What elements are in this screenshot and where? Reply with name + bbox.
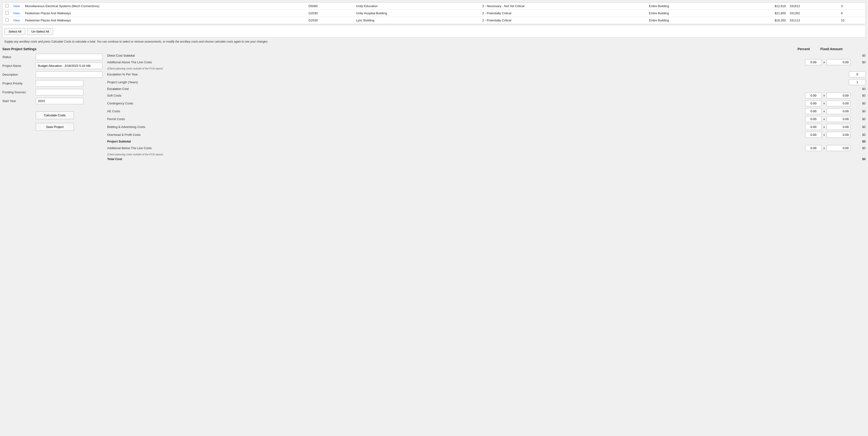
additional-below-fixed-input[interactable]: [827, 145, 850, 151]
bidding-fixed-input[interactable]: [827, 124, 850, 130]
row-view-link[interactable]: View: [11, 17, 23, 24]
row-location: Entire Building: [647, 10, 733, 17]
row-location: Entire Building: [647, 17, 733, 24]
escalation-cost-total: $0: [862, 87, 866, 91]
select-all-button[interactable]: Select All: [4, 28, 25, 35]
action-buttons: Calculate Costs Save Project: [2, 111, 102, 131]
escalation-cost-row: Escalation Cost $0: [107, 87, 866, 91]
additional-above-row: Additional Above The Line Costs + $0: [107, 59, 866, 65]
row-checkbox-cell[interactable]: [3, 10, 11, 17]
project-priority-row: Project Priority: [2, 80, 102, 87]
start-year-label: Start Year: [2, 99, 36, 103]
overhead-costs-label: Overhead & Profit Costs: [107, 133, 805, 137]
bidding-total: $0: [854, 125, 866, 129]
left-panel: Save Project Settings Status Project Nam…: [2, 47, 102, 163]
row-id: 331113: [788, 17, 839, 24]
overhead-fixed-input[interactable]: [827, 132, 850, 138]
row-view-link[interactable]: View: [11, 10, 23, 17]
save-project-button[interactable]: Save Project: [36, 123, 74, 131]
row-priority: 2 - Potentially Critical: [480, 10, 647, 17]
table-row: View Pedestrian Plazas And Walkways G203…: [3, 10, 865, 17]
ae-costs-total: $0: [854, 109, 866, 113]
main-container: View Miscellaneous Electrical Systems (M…: [0, 0, 868, 436]
project-name-row: Project Name: [2, 63, 102, 69]
row-building: Unity Hospital Building: [354, 10, 480, 17]
fixed-amount-header: Fixed Amount: [820, 47, 851, 51]
direct-cost-subtotal-label: Direct Cost Subtotal: [107, 54, 862, 57]
permit-costs-label: Permit Costs: [107, 117, 805, 121]
save-project-settings-title: Save Project Settings: [2, 47, 102, 51]
row-checkbox[interactable]: [5, 11, 8, 14]
escalation-input[interactable]: [849, 71, 866, 77]
contingency-percent-input[interactable]: [805, 100, 822, 106]
project-subtotal-value: $0: [862, 140, 866, 143]
project-length-input[interactable]: [849, 79, 866, 85]
contingency-row: Contingency Costs + $0: [107, 100, 866, 106]
row-checkbox-cell[interactable]: [3, 3, 11, 10]
ae-costs-percent-input[interactable]: [805, 108, 822, 114]
project-priority-input[interactable]: [36, 80, 83, 87]
soft-costs-percent-input[interactable]: [805, 93, 822, 98]
escalation-row: Escalation % Per Year: [107, 71, 866, 77]
plus-sign-3: +: [823, 102, 825, 105]
plus-sign-2: +: [823, 94, 825, 98]
soft-costs-fixed-input[interactable]: [827, 93, 850, 98]
row-id: 331262: [788, 10, 839, 17]
additional-above-note: (Client planning costs outside of the FC…: [107, 67, 866, 70]
select-buttons-row: Select All Un-Select All: [2, 26, 866, 38]
description-input[interactable]: [36, 71, 102, 78]
bidding-costs-row: Bidding & Advertising Costs + $0: [107, 124, 866, 130]
project-name-input[interactable]: [36, 63, 102, 69]
project-length-row: Project Length (Years): [107, 79, 866, 85]
funding-sources-input[interactable]: [36, 89, 83, 95]
bidding-percent-input[interactable]: [805, 124, 822, 130]
bidding-costs-label: Bidding & Advertising Costs: [107, 125, 805, 129]
start-year-input[interactable]: [36, 98, 83, 104]
row-code: D5080: [307, 3, 354, 10]
total-cost-value: $0: [862, 157, 866, 161]
row-amount: $16,350: [733, 17, 788, 24]
start-year-row: Start Year: [2, 98, 102, 104]
additional-above-fixed-input[interactable]: [827, 59, 850, 65]
calculate-costs-button[interactable]: Calculate Costs: [36, 111, 74, 119]
contingency-fixed-input[interactable]: [827, 100, 850, 106]
unselect-all-button[interactable]: Un-Select All: [27, 28, 53, 35]
row-checkbox[interactable]: [5, 4, 8, 7]
row-priority: 2 - Potentially Critical: [480, 17, 647, 24]
ae-costs-label: AE Costs: [107, 109, 805, 113]
escalation-label: Escalation % Per Year: [107, 72, 849, 76]
ae-costs-fixed-input[interactable]: [827, 108, 850, 114]
additional-below-label: Additional Below The Line Costs: [107, 146, 805, 150]
permit-costs-fixed-input[interactable]: [827, 116, 850, 122]
ae-costs-row: AE Costs + $0: [107, 108, 866, 114]
total-cost-row: Total Cost $0: [107, 157, 866, 161]
additional-below-row: Additional Below The Line Costs + $0: [107, 145, 866, 151]
row-view-link[interactable]: View: [11, 3, 23, 10]
plus-sign-4: +: [823, 109, 825, 113]
table-row: View Miscellaneous Electrical Systems (M…: [3, 3, 865, 10]
row-num: 6: [839, 10, 865, 17]
row-checkbox-cell[interactable]: [3, 17, 11, 24]
percent-header: Percent: [792, 47, 816, 51]
additional-below-percent-input[interactable]: [805, 145, 822, 151]
table-row: View Pedestrian Plazas And Walkways G203…: [3, 17, 865, 24]
permit-costs-percent-input[interactable]: [805, 116, 822, 122]
row-code: G2030: [307, 17, 354, 24]
plus-sign-1: +: [823, 60, 825, 64]
project-priority-label: Project Priority: [2, 81, 36, 85]
funding-sources-label: Funding Sources: [2, 90, 36, 94]
status-label: Status: [2, 55, 36, 59]
plus-sign-8: +: [823, 146, 825, 150]
row-description: Pedestrian Plazas And Walkways: [23, 10, 307, 17]
row-checkbox[interactable]: [5, 18, 8, 22]
direct-cost-subtotal-value: $0: [862, 54, 866, 57]
project-length-label: Project Length (Years): [107, 80, 849, 84]
additional-above-percent-input[interactable]: [805, 59, 822, 65]
soft-costs-label: Soft Costs: [107, 94, 805, 97]
overhead-percent-input[interactable]: [805, 132, 822, 138]
row-num: 3: [839, 3, 865, 10]
status-input[interactable]: [36, 54, 102, 60]
contingency-label: Contingency Costs: [107, 102, 805, 105]
description-row: Description: [2, 71, 102, 78]
row-location: Entire Building: [647, 3, 733, 10]
